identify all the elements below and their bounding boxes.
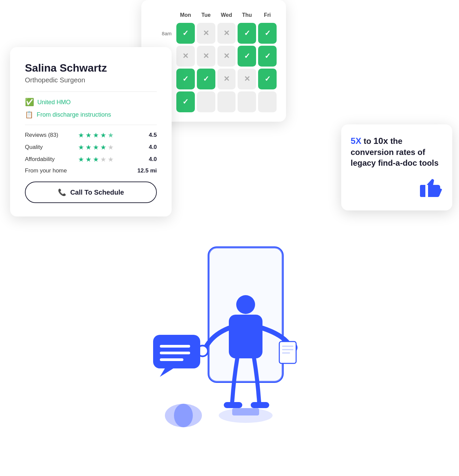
- insurance-row: ✅ United HMO: [25, 98, 157, 107]
- cal-tue-11am[interactable]: ✕: [197, 46, 215, 67]
- affordability-value: 4.0: [142, 156, 157, 163]
- svg-point-2: [236, 295, 255, 314]
- star-2: ★: [85, 131, 92, 139]
- divider-1: [25, 91, 157, 92]
- conversion-text: 5X to 10x the conversion rates of legacy…: [351, 135, 443, 169]
- cal-thu-8am[interactable]: ✓: [238, 23, 256, 44]
- quality-row: Quality ★ ★ ★ ★ ★ 4.0: [25, 143, 157, 151]
- illustration: [118, 237, 370, 456]
- quality-value: 4.0: [142, 144, 157, 151]
- star-1: ★: [78, 155, 84, 163]
- conversion-card: 5X to 10x the conversion rates of legacy…: [341, 124, 452, 210]
- star-1: ★: [78, 131, 84, 139]
- doctor-card: Salina Schwartz Orthopedic Surgeon ✅ Uni…: [10, 47, 172, 216]
- cal-wed-11am[interactable]: ✕: [217, 46, 236, 67]
- discharge-label: From discharge instructions: [37, 111, 111, 118]
- cal-fri-5pm[interactable]: [258, 91, 277, 112]
- quality-stars: ★ ★ ★ ★ ★: [78, 143, 142, 151]
- cal-mon-11am[interactable]: ✕: [176, 46, 195, 67]
- calendar-header: Mon Tue Wed Thu Fri: [151, 10, 277, 20]
- affordability-stars: ★ ★ ★ ★ ★: [78, 155, 142, 163]
- cal-header-wed: Wed: [217, 10, 236, 20]
- phone-icon: 📞: [58, 188, 66, 196]
- star-4: ★: [100, 131, 106, 139]
- time-8am: 8am: [151, 31, 174, 36]
- reviews-row: Reviews (83) ★ ★ ★ ★ ★ 4.5: [25, 131, 157, 139]
- cal-mon-8am[interactable]: ✓: [176, 23, 195, 44]
- affordability-row: Affordability ★ ★ ★ ★ ★ 4.0: [25, 155, 157, 163]
- svg-rect-13: [160, 352, 190, 354]
- distance-label: From your home: [25, 167, 67, 174]
- cal-thu-11am[interactable]: ✓: [238, 46, 256, 67]
- discharge-icon: 📋: [25, 111, 33, 119]
- cal-mon-2pm[interactable]: ✓: [176, 69, 195, 89]
- highlight-10x: 10x: [374, 136, 388, 146]
- cal-header-fri: Fri: [258, 10, 277, 20]
- star-5: ★: [108, 131, 114, 139]
- cal-wed-5pm[interactable]: [217, 91, 236, 112]
- cal-wed-8am[interactable]: ✕: [217, 23, 236, 44]
- cal-header-mon: Mon: [176, 10, 195, 20]
- star-3: ★: [93, 143, 99, 151]
- svg-rect-3: [229, 315, 262, 358]
- call-to-schedule-button[interactable]: 📞 Call To Schedule: [25, 182, 157, 203]
- insurance-check-icon: ✅: [25, 98, 34, 107]
- highlight-5x: 5X: [351, 136, 361, 146]
- cal-fri-11am[interactable]: ✓: [258, 46, 277, 67]
- thumbs-up-icon: [351, 177, 443, 201]
- star-1: ★: [78, 143, 84, 151]
- star-4: ★: [100, 143, 106, 151]
- doctor-name: Salina Schwartz: [25, 62, 157, 74]
- reviews-label: Reviews (83): [25, 132, 75, 138]
- cal-thu-2pm[interactable]: ✕: [238, 69, 256, 89]
- affordability-label: Affordability: [25, 156, 75, 163]
- svg-rect-14: [160, 358, 183, 361]
- discharge-row: 📋 From discharge instructions: [25, 111, 157, 119]
- cal-header-thu: Thu: [238, 10, 256, 20]
- star-3: ★: [93, 155, 99, 163]
- reviews-stars: ★ ★ ★ ★ ★: [78, 131, 142, 139]
- cal-tue-8am[interactable]: ✕: [197, 23, 215, 44]
- star-2: ★: [85, 155, 92, 163]
- cal-wed-2pm[interactable]: ✕: [217, 69, 236, 89]
- star-5: ★: [108, 155, 114, 163]
- cal-tue-5pm[interactable]: [197, 91, 215, 112]
- distance-row: From your home 12.5 mi: [25, 167, 157, 174]
- scene: Salina Schwartz Orthopedic Surgeon ✅ Uni…: [0, 0, 459, 476]
- svg-rect-9: [232, 408, 259, 415]
- star-2: ★: [85, 143, 92, 151]
- svg-rect-7: [251, 402, 269, 408]
- svg-rect-17: [282, 349, 293, 350]
- doctor-specialty: Orthopedic Surgeon: [25, 76, 157, 84]
- svg-rect-18: [282, 352, 290, 354]
- cal-tue-2pm[interactable]: ✓: [197, 69, 215, 89]
- reviews-value: 4.5: [142, 132, 157, 138]
- cal-header-tue: Tue: [197, 10, 215, 20]
- distance-value: 12.5 mi: [137, 167, 157, 174]
- call-button-label: Call To Schedule: [70, 189, 124, 196]
- star-3: ★: [93, 131, 99, 139]
- calendar-empty-header: [151, 10, 174, 20]
- svg-point-20: [174, 404, 193, 427]
- svg-marker-11: [160, 368, 173, 377]
- cal-thu-5pm[interactable]: [238, 91, 256, 112]
- svg-rect-6: [224, 402, 242, 408]
- stats-section: Reviews (83) ★ ★ ★ ★ ★ 4.5 Quality ★ ★ ★…: [25, 131, 157, 174]
- quality-label: Quality: [25, 144, 75, 151]
- svg-rect-12: [160, 345, 190, 348]
- cal-mon-5pm[interactable]: ✓: [176, 91, 195, 112]
- insurance-label: United HMO: [37, 99, 71, 106]
- cal-fri-2pm[interactable]: ✓: [258, 69, 277, 89]
- star-5: ★: [108, 143, 114, 151]
- divider-2: [25, 125, 157, 125]
- svg-rect-16: [282, 346, 293, 347]
- cal-row-8am: 8am ✓ ✕ ✕ ✓ ✓: [151, 23, 277, 44]
- star-4: ★: [100, 155, 106, 163]
- text-to: to: [363, 136, 373, 146]
- cal-fri-8am[interactable]: ✓: [258, 23, 277, 44]
